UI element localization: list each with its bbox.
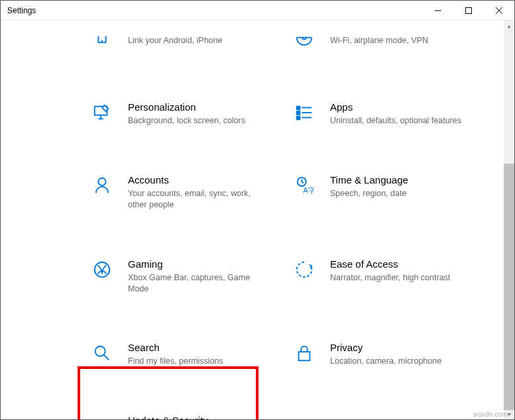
watermark: wsxdn.com✓ — [473, 411, 513, 418]
globe-icon — [294, 32, 322, 54]
apps-icon — [294, 101, 322, 127]
maximize-button[interactable] — [453, 1, 484, 20]
category-title: Search — [128, 342, 223, 353]
category-gaming[interactable]: Gaming Xbox Game Bar, captures, Game Mod… — [92, 246, 268, 307]
category-time-language[interactable]: A字 Time & Language Speech, region, date — [294, 162, 470, 223]
category-desc: Narrator, magnifier, high contrast — [330, 272, 450, 284]
svg-point-15 — [98, 178, 105, 185]
window-controls — [423, 1, 514, 20]
minimize-button[interactable] — [423, 1, 453, 20]
category-desc: Link your Android, iPhone — [128, 35, 222, 46]
category-title: Accounts — [128, 174, 268, 185]
search-icon — [92, 342, 120, 367]
category-apps[interactable]: Apps Uninstall, defaults, optional featu… — [294, 89, 470, 138]
svg-rect-23 — [299, 352, 310, 361]
category-title: Ease of Access — [330, 258, 450, 270]
category-title: Apps — [330, 101, 461, 113]
category-update-security[interactable]: Update & Security Windows Update, recove… — [92, 403, 268, 419]
category-phone[interactable]: Link your Android, iPhone — [92, 21, 268, 66]
scrollbar-thumb[interactable] — [504, 164, 514, 410]
window-title: Settings — [7, 6, 36, 15]
xbox-icon — [92, 258, 120, 295]
personalization-icon — [92, 101, 120, 127]
svg-rect-9 — [297, 107, 300, 110]
category-desc: Find my files, permissions — [128, 356, 223, 367]
svg-rect-13 — [297, 117, 300, 120]
categories-grid: Link your Android, iPhone Wi-Fi, airplan… — [1, 21, 514, 419]
lock-icon — [294, 342, 322, 367]
category-desc: Location, camera, microphone — [330, 356, 441, 367]
category-network[interactable]: Wi-Fi, airplane mode, VPN — [294, 21, 470, 66]
svg-rect-1 — [466, 7, 472, 13]
phone-icon — [92, 32, 120, 54]
scrollbar[interactable]: ▴ ▾ — [504, 21, 514, 419]
category-title: Gaming — [128, 258, 268, 270]
category-title: Privacy — [330, 342, 441, 353]
person-icon — [92, 174, 120, 211]
category-desc: Xbox Game Bar, captures, Game Mode — [128, 272, 268, 295]
svg-line-22 — [104, 355, 109, 360]
category-desc: Background, lock screen, colors — [128, 115, 245, 127]
close-button[interactable] — [484, 1, 514, 20]
svg-text:A字: A字 — [303, 186, 314, 194]
category-desc: Speech, region, date — [330, 188, 408, 199]
scroll-up-arrow[interactable]: ▴ — [504, 21, 514, 31]
ease-of-access-icon — [294, 258, 322, 295]
update-icon — [92, 415, 120, 419]
category-desc: Wi-Fi, airplane mode, VPN — [330, 35, 428, 46]
category-title: Personalization — [128, 101, 245, 113]
category-desc: Uninstall, defaults, optional features — [330, 115, 461, 127]
category-ease-of-access[interactable]: Ease of Access Narrator, magnifier, high… — [294, 246, 470, 307]
time-language-icon: A字 — [294, 174, 322, 211]
category-search[interactable]: Search Find my files, permissions — [92, 330, 268, 379]
category-privacy[interactable]: Privacy Location, camera, microphone — [294, 330, 470, 379]
category-title: Time & Language — [330, 174, 408, 185]
svg-point-20 — [95, 262, 110, 277]
category-title: Update & Security — [128, 415, 258, 419]
category-personalization[interactable]: Personalization Background, lock screen,… — [92, 89, 268, 138]
svg-rect-11 — [297, 111, 300, 115]
titlebar: Settings — [1, 1, 514, 21]
content-area: Link your Android, iPhone Wi-Fi, airplan… — [1, 21, 514, 419]
category-desc: Your accounts, email, sync, work, other … — [128, 188, 268, 211]
svg-point-4 — [102, 41, 103, 42]
svg-point-21 — [95, 346, 105, 356]
svg-line-18 — [302, 182, 304, 183]
category-accounts[interactable]: Accounts Your accounts, email, sync, wor… — [92, 162, 268, 223]
